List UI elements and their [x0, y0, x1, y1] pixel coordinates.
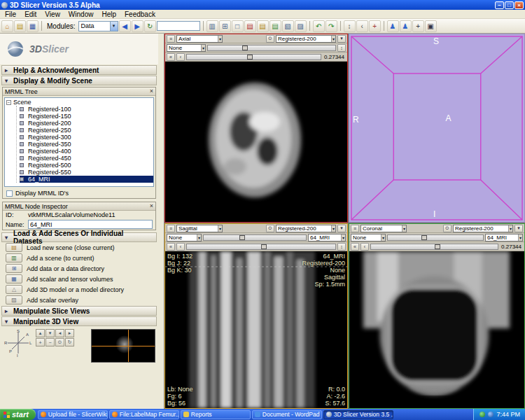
menu-item[interactable]: Help: [97, 10, 120, 19]
sagittal-foreground-select[interactable]: None▾: [167, 234, 202, 241]
screenshot-icon[interactable]: ▣: [425, 20, 437, 32]
section-manipulate-slice-views[interactable]: ▸ Manipulate Slice Views: [1, 306, 157, 316]
axial-slice-slider[interactable]: [186, 54, 321, 60]
axial-first-slice-icon[interactable]: «: [167, 53, 175, 61]
mouse-place-icon[interactable]: +: [369, 20, 381, 32]
center-view-icon[interactable]: ⊙: [55, 338, 64, 346]
minimize-button[interactable]: −: [495, 1, 504, 9]
sagittal-first-slice-icon[interactable]: «: [167, 243, 175, 251]
model-person-icon[interactable]: ♟: [400, 20, 412, 32]
mrml-tree-item[interactable]: Registered-400: [20, 148, 153, 155]
mrml-tree-item[interactable]: 64_MRI: [20, 176, 153, 183]
mrml-tree-item[interactable]: Registered-100: [20, 106, 153, 113]
menu-item[interactable]: View: [41, 10, 64, 19]
load-add-icon[interactable]: [6, 253, 22, 262]
sagittal-fade-slider[interactable]: [203, 234, 307, 241]
layout-yellow-slice-icon[interactable]: ▤: [257, 20, 269, 32]
modules-select[interactable]: Data ▾: [78, 21, 118, 31]
mrml-tree[interactable]: − Scene Registered-100 Registered-150: [4, 97, 154, 187]
spin-view-icon[interactable]: ↻: [65, 338, 74, 346]
axial-prev-slice-icon[interactable]: ‹: [176, 53, 185, 61]
layout-conventional-icon[interactable]: ▥: [206, 20, 218, 32]
mrml-tree-item[interactable]: Registered-500: [20, 162, 153, 169]
coronal-slice-image[interactable]: [349, 251, 524, 408]
node-name-field[interactable]: [28, 220, 153, 229]
axial-background-select[interactable]: Registered-200▾: [276, 35, 336, 43]
coronal-fade-slider[interactable]: [387, 234, 484, 241]
close-icon[interactable]: ×: [150, 88, 153, 94]
sagittal-background-select[interactable]: Registered-200▾: [276, 225, 336, 232]
coronal-first-slice-icon[interactable]: «: [351, 243, 359, 251]
sagittal-menu-icon[interactable]: ≡: [167, 225, 175, 232]
coronal-options-icon[interactable]: ▾: [514, 225, 523, 232]
taskbar-task[interactable]: Reports: [181, 410, 251, 419]
close-icon[interactable]: ×: [150, 203, 153, 209]
mrml-tree-item[interactable]: Registered-550: [20, 169, 153, 176]
rotate-up-icon[interactable]: ▴: [36, 329, 45, 337]
axial-link-icon[interactable]: ⊙: [266, 35, 274, 43]
mrml-tree-item[interactable]: Registered-300: [20, 134, 153, 141]
taskbar-task[interactable]: Document - WordPad: [252, 410, 322, 419]
module-search-input[interactable]: [157, 21, 200, 31]
section-load-add[interactable]: ▾ Load & Add Scenes Or Individual Datase…: [1, 232, 157, 242]
zoom-out-icon[interactable]: −: [46, 338, 55, 346]
sagittal-options-icon[interactable]: ▾: [337, 225, 346, 232]
load-add-row[interactable]: Add 3D model or a model directory: [0, 284, 158, 295]
mrml-tree-item[interactable]: Registered-250: [20, 127, 153, 134]
menu-item[interactable]: File: [1, 10, 20, 19]
load-add-icon[interactable]: [6, 274, 22, 284]
back-icon[interactable]: ◀: [119, 20, 131, 32]
axial-menu-icon[interactable]: ≡: [167, 35, 175, 43]
save-icon[interactable]: ▦: [27, 20, 38, 32]
close-button[interactable]: ×: [514, 1, 524, 9]
section-display-modify-scene[interactable]: ▾ Display & Modify Scene: [1, 76, 157, 85]
mrml-tree-item[interactable]: Registered-150: [20, 113, 153, 120]
sagittal-prev-slice-icon[interactable]: ‹: [176, 243, 185, 251]
rotate-right-icon[interactable]: ▸: [65, 329, 74, 337]
undo-icon[interactable]: ↶: [313, 20, 325, 32]
layout-3d-only-icon[interactable]: □: [232, 20, 244, 32]
sagittal-volume-select[interactable]: 64_MRI▾: [308, 234, 346, 241]
load-add-row[interactable]: Add a scene (to current): [0, 253, 158, 263]
mrml-tree-item[interactable]: Registered-200: [20, 120, 153, 127]
navigation-thumbnail[interactable]: [91, 329, 155, 363]
crosshair-icon[interactable]: +: [412, 20, 424, 32]
load-add-icon[interactable]: [6, 243, 22, 252]
mouse-pick-icon[interactable]: ‹: [356, 20, 368, 32]
view3d-viewport[interactable]: S R A I: [349, 34, 525, 223]
maximize-button[interactable]: □: [505, 1, 514, 9]
layout-tabbed-icon[interactable]: ▧: [282, 20, 294, 32]
axial-orientation-select[interactable]: Axial▾: [176, 35, 223, 43]
network-icon[interactable]: [488, 412, 493, 417]
collapse-icon[interactable]: −: [6, 100, 11, 105]
mrml-tree-item[interactable]: Registered-350: [20, 141, 153, 148]
taskbar-task[interactable]: File:LabelMap Femur...: [109, 410, 179, 419]
load-add-row[interactable]: Add scalar and tensor volumes: [0, 274, 158, 284]
section-manipulate-3d-view[interactable]: ▾ Manipulate 3D View: [1, 316, 157, 326]
axes-widget[interactable]: SI RL AP: [4, 329, 32, 357]
start-button[interactable]: start: [0, 409, 36, 420]
sagittal-spin-icon[interactable]: ↕: [337, 243, 346, 251]
menu-item[interactable]: Window: [64, 10, 98, 19]
sagittal-slice-image[interactable]: Bg I: 132Bg J: 22Bg K: 30 64_MRIRegister…: [165, 251, 347, 408]
coronal-link-icon[interactable]: ⊙: [443, 225, 451, 232]
menu-item[interactable]: Edit: [20, 10, 41, 19]
coronal-prev-slice-icon[interactable]: ‹: [360, 243, 369, 251]
history-icon[interactable]: ↻: [144, 20, 156, 32]
sagittal-link-icon[interactable]: ⊙: [266, 225, 274, 232]
load-add-row[interactable]: Load new scene (close current): [0, 242, 158, 253]
chevron-down-icon[interactable]: ▾: [110, 22, 118, 31]
layout-compare-icon[interactable]: ▨: [295, 20, 307, 32]
coronal-orientation-select[interactable]: Coronal▾: [360, 225, 407, 232]
mouse-transform-icon[interactable]: ↕: [344, 20, 356, 32]
forward-icon[interactable]: ▶: [132, 20, 144, 32]
redo-icon[interactable]: ↷: [326, 20, 337, 32]
coronal-background-select[interactable]: Registered-200▾: [453, 225, 513, 232]
axial-slice-image[interactable]: [165, 62, 347, 222]
mrml-tree-item[interactable]: Registered-450: [20, 155, 153, 162]
coronal-volume-select[interactable]: 64_MRI▾: [485, 234, 523, 241]
load-add-icon[interactable]: [6, 285, 22, 294]
section-help-acknowledgement[interactable]: ▸ Help & Acknowledgement: [1, 65, 157, 75]
layout-green-slice-icon[interactable]: ▤: [270, 20, 281, 32]
rotate-left-icon[interactable]: ◂: [55, 329, 64, 337]
